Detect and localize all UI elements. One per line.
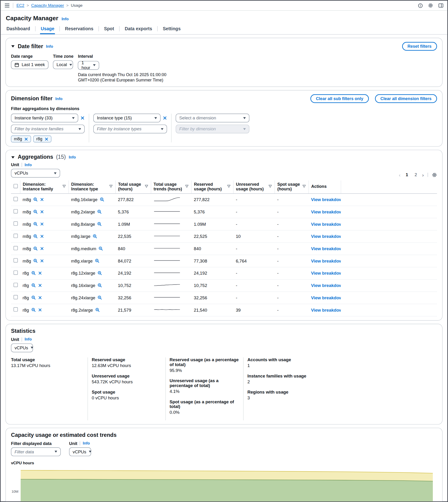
row-checkbox[interactable] bbox=[14, 271, 18, 275]
row-checkbox[interactable] bbox=[14, 307, 18, 312]
tab-reservations[interactable]: Reservations bbox=[64, 24, 94, 34]
previous-page-icon[interactable]: ‹ bbox=[399, 172, 400, 178]
remove-filter-icon[interactable] bbox=[40, 235, 44, 238]
view-breakdown-link[interactable]: View breakdown bbox=[311, 259, 341, 264]
unit-select[interactable]: vCPUs bbox=[11, 344, 33, 352]
view-breakdown-link[interactable]: View breakdown bbox=[311, 234, 341, 239]
info-link[interactable]: Info bbox=[25, 162, 32, 167]
column-header[interactable]: Actions bbox=[308, 180, 341, 193]
info-link[interactable]: Info bbox=[83, 441, 90, 445]
view-breakdown-link[interactable]: View breakdown bbox=[311, 222, 341, 227]
column-header[interactable]: Dimension: Instance type bbox=[68, 180, 115, 193]
hamburger-menu-icon[interactable] bbox=[4, 3, 10, 8]
zoom-in-icon[interactable] bbox=[100, 197, 104, 202]
dimension-select-instance-type[interactable]: Instance type (15) bbox=[93, 114, 161, 122]
view-breakdown-link[interactable]: View breakdown bbox=[311, 246, 341, 251]
row-checkbox[interactable] bbox=[14, 197, 18, 201]
filter-caret-icon[interactable] bbox=[144, 185, 148, 189]
instance-type-filter-input[interactable]: Filter by instance types bbox=[93, 125, 167, 133]
dimension-select-instance-family[interactable]: Instance family (33) bbox=[11, 114, 78, 122]
reset-filters-button[interactable]: Reset filters bbox=[402, 42, 437, 50]
clear-sub-filters-button[interactable]: Clear all sub filters only bbox=[310, 94, 369, 103]
tab-data-exports[interactable]: Data exports bbox=[124, 24, 153, 34]
zoom-in-icon[interactable] bbox=[97, 296, 102, 300]
zoom-in-icon[interactable] bbox=[97, 222, 102, 226]
row-checkbox[interactable] bbox=[14, 246, 18, 251]
remove-token-icon[interactable] bbox=[45, 137, 49, 141]
info-link[interactable]: Info bbox=[46, 44, 53, 48]
remove-token-icon[interactable] bbox=[24, 137, 28, 141]
remove-filter-icon[interactable] bbox=[38, 296, 42, 300]
page-number-1[interactable]: 1 bbox=[404, 172, 410, 178]
view-breakdown-link[interactable]: View breakdown bbox=[311, 283, 341, 288]
row-checkbox[interactable] bbox=[14, 234, 18, 238]
unit-select[interactable]: vCPUs bbox=[69, 447, 91, 456]
remove-filter-icon[interactable] bbox=[38, 283, 42, 287]
zoom-in-icon[interactable] bbox=[33, 247, 38, 251]
zoom-in-icon[interactable] bbox=[95, 308, 100, 312]
page-number-2[interactable]: 2 bbox=[413, 172, 418, 178]
view-breakdown-link[interactable]: View breakdown bbox=[311, 295, 341, 300]
tab-dashboard[interactable]: Dashboard bbox=[6, 24, 31, 34]
row-checkbox[interactable] bbox=[14, 258, 18, 263]
remove-dimension-icon[interactable] bbox=[80, 116, 84, 120]
zoom-in-icon[interactable] bbox=[97, 271, 102, 275]
tab-usage[interactable]: Usage bbox=[40, 24, 55, 34]
remove-filter-icon[interactable] bbox=[40, 259, 44, 263]
zoom-in-icon[interactable] bbox=[31, 283, 36, 288]
trend-filter-input[interactable]: Filter data bbox=[11, 447, 61, 456]
zoom-in-icon[interactable] bbox=[31, 308, 36, 312]
gear-icon[interactable] bbox=[428, 3, 433, 8]
zoom-in-icon[interactable] bbox=[95, 259, 99, 263]
remove-filter-icon[interactable] bbox=[40, 247, 44, 251]
zoom-in-icon[interactable] bbox=[97, 210, 102, 214]
zoom-in-icon[interactable] bbox=[33, 210, 38, 214]
row-checkbox[interactable] bbox=[14, 209, 18, 213]
table-preferences-gear-icon[interactable] bbox=[432, 172, 437, 177]
remove-filter-icon[interactable] bbox=[38, 308, 42, 312]
remove-filter-icon[interactable] bbox=[40, 222, 44, 226]
view-breakdown-link[interactable]: View breakdown bbox=[311, 271, 341, 276]
filter-caret-icon[interactable] bbox=[268, 185, 272, 189]
column-header[interactable]: Reserved usage (hours) bbox=[191, 180, 233, 193]
date-range-button[interactable]: Last 1 week bbox=[11, 60, 48, 69]
remove-filter-icon[interactable] bbox=[38, 271, 42, 275]
select-all-checkbox[interactable] bbox=[14, 184, 18, 188]
collapse-caret-icon[interactable] bbox=[11, 44, 15, 49]
unit-select[interactable]: vCPUs bbox=[11, 169, 60, 177]
view-breakdown-link[interactable]: View breakdown bbox=[311, 197, 341, 202]
filter-caret-icon[interactable] bbox=[109, 185, 112, 189]
zoom-in-icon[interactable] bbox=[33, 222, 38, 226]
zoom-in-icon[interactable] bbox=[31, 296, 36, 300]
column-header[interactable]: Unreserved usage (hours) bbox=[233, 180, 275, 193]
view-breakdown-link[interactable]: View breakdown bbox=[311, 209, 341, 214]
dimension-select-empty[interactable]: Select a dimension bbox=[176, 114, 249, 122]
split-panel-icon[interactable] bbox=[438, 3, 443, 8]
zoom-in-icon[interactable] bbox=[31, 271, 36, 275]
column-header[interactable]: Spot usage (hours) bbox=[274, 180, 308, 193]
tab-spot[interactable]: Spot bbox=[103, 24, 115, 34]
zoom-in-icon[interactable] bbox=[98, 247, 103, 251]
collapse-caret-icon[interactable] bbox=[11, 155, 15, 160]
time-zone-select[interactable]: Local bbox=[53, 60, 73, 69]
info-link[interactable]: Info bbox=[25, 337, 32, 342]
remove-filter-icon[interactable] bbox=[40, 198, 44, 202]
zoom-in-icon[interactable] bbox=[93, 234, 97, 238]
breadcrumb-ec2[interactable]: EC2 bbox=[16, 3, 24, 8]
row-checkbox[interactable] bbox=[14, 295, 18, 299]
clear-dimension-filters-button[interactable]: Clear all dimension filters bbox=[375, 94, 437, 103]
zoom-in-icon[interactable] bbox=[33, 234, 38, 238]
filter-caret-icon[interactable] bbox=[62, 185, 66, 189]
zoom-in-icon[interactable] bbox=[97, 283, 102, 288]
info-circle-icon[interactable] bbox=[418, 3, 423, 8]
info-link[interactable]: Info bbox=[69, 155, 76, 159]
filter-caret-icon[interactable] bbox=[227, 185, 230, 189]
column-header[interactable]: Total usage (hours) bbox=[115, 180, 151, 193]
interval-select[interactable]: 1 hour bbox=[78, 61, 99, 69]
column-header[interactable]: Total usage trends (hours) bbox=[151, 180, 191, 193]
instance-family-filter-input[interactable]: Filter by instance families bbox=[11, 125, 84, 133]
row-checkbox[interactable] bbox=[14, 283, 18, 287]
tab-settings[interactable]: Settings bbox=[162, 24, 181, 34]
filter-caret-icon[interactable] bbox=[302, 185, 306, 189]
filter-caret-icon[interactable] bbox=[185, 185, 188, 189]
